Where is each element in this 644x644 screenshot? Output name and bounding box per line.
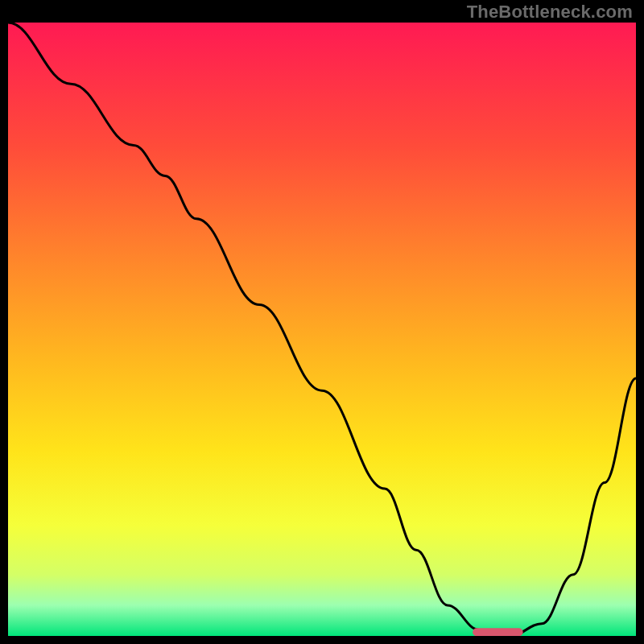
optimal-range-marker bbox=[473, 628, 522, 636]
bottleneck-chart bbox=[8, 23, 636, 636]
watermark-text: TheBottleneck.com bbox=[467, 2, 633, 23]
chart-frame bbox=[8, 23, 636, 636]
